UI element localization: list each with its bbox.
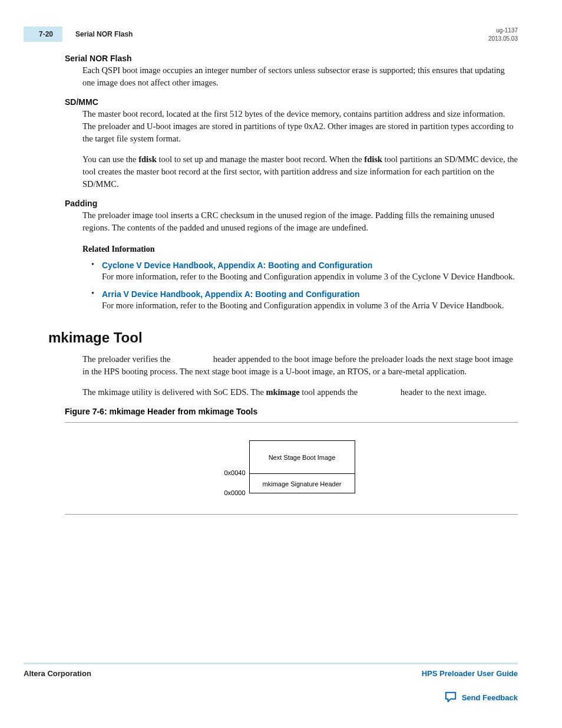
doc-id: ug-1137 [488, 27, 518, 35]
header-section-title: Serial NOR Flash [75, 30, 133, 38]
para-nor-1: Each QSPI boot image occupies an integer… [82, 64, 518, 89]
header-doc-meta: ug-1137 2013.05.03 [488, 27, 518, 43]
link-arria-handbook[interactable]: Arria V Device Handbook, Appendix A: Boo… [102, 289, 360, 299]
page-header: 7-20 Serial NOR Flash ug-1137 2013.05.03 [24, 27, 518, 43]
para-sdmmc-1: The master boot record, located at the f… [82, 108, 518, 145]
footer-guide-link[interactable]: HPS Preloader User Guide [422, 669, 518, 678]
list-item: Arria V Device Handbook, Appendix A: Boo… [91, 289, 518, 312]
heading-mkimage-tool: mkimage Tool [48, 330, 518, 346]
figure-hr-top [65, 422, 518, 423]
link-desc: For more information, refer to the Booti… [102, 301, 504, 310]
figure-hr-bottom [65, 514, 518, 515]
send-feedback-button[interactable]: Send Feedback [444, 691, 518, 704]
figure-box-sig-header: mkimage Signature Header [249, 473, 355, 493]
para-padding-1: The preloader image tool inserts a CRC c… [82, 209, 518, 234]
heading-serial-nor-flash: Serial NOR Flash [65, 54, 518, 63]
doc-date: 2013.05.03 [488, 35, 518, 43]
figure-addr-0040: 0x0040 [224, 469, 245, 476]
figure-mkimage-header: Next Stage Boot Image mkimage Signature … [215, 440, 368, 502]
footer-company: Altera Corporation [24, 669, 91, 678]
figure-title: Figure 7-6: mkimage Header from mkimage … [65, 407, 518, 416]
feedback-icon [444, 691, 457, 704]
feedback-label: Send Feedback [462, 693, 518, 702]
para-mkimage-2: The mkimage utility is delivered with So… [82, 386, 518, 398]
heading-sdmmc: SD/MMC [65, 97, 518, 107]
para-mkimage-1: The preloader verifies the header append… [82, 353, 518, 378]
page-number-tab: 7-20 [24, 27, 62, 42]
related-info-list: Cyclone V Device Handbook, Appendix A: B… [91, 260, 518, 312]
footer: Altera Corporation HPS Preloader User Gu… [24, 663, 518, 678]
heading-padding: Padding [65, 199, 518, 208]
heading-related-info: Related Information [82, 245, 518, 254]
para-sdmmc-2: You can use the fdisk tool to set up and… [82, 153, 518, 190]
link-desc: For more information, refer to the Booti… [102, 272, 515, 281]
list-item: Cyclone V Device Handbook, Appendix A: B… [91, 260, 518, 283]
figure-addr-0000: 0x0000 [224, 489, 245, 496]
link-cyclone-handbook[interactable]: Cyclone V Device Handbook, Appendix A: B… [102, 261, 372, 270]
figure-box-next-stage: Next Stage Boot Image [249, 440, 355, 473]
